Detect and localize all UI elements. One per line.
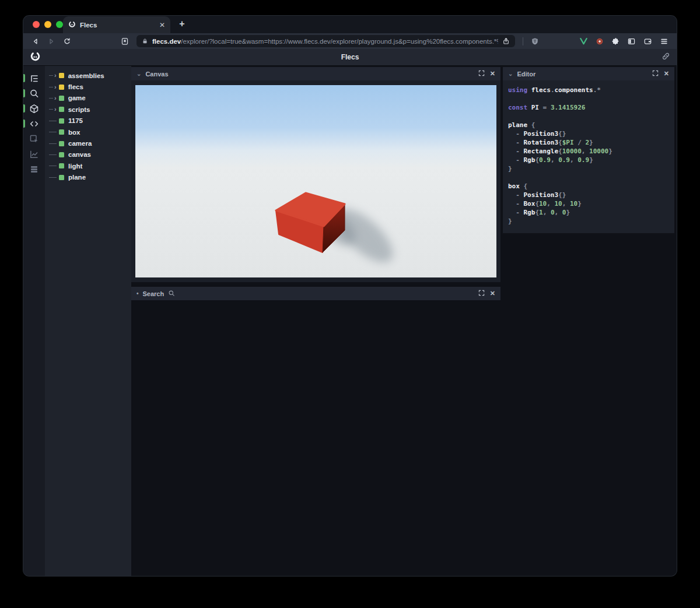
fullscreen-icon[interactable] bbox=[478, 70, 485, 78]
address-bar[interactable]: flecs.dev/explorer/?local=true&wasm=http… bbox=[136, 35, 515, 47]
tree-connector bbox=[49, 132, 57, 132]
expand-chevron-icon[interactable]: › bbox=[54, 95, 57, 101]
share-icon[interactable] bbox=[502, 37, 510, 45]
collapsed-indicator-icon[interactable]: • bbox=[136, 290, 139, 297]
tree-item-flecs[interactable]: ›flecs bbox=[45, 81, 131, 92]
close-icon[interactable]: ✕ bbox=[490, 290, 495, 297]
code-line: - Rgb{1, 0, 0} bbox=[508, 208, 671, 217]
sidebar-item-code-icon[interactable] bbox=[23, 116, 45, 131]
tree-connector bbox=[49, 75, 53, 76]
entity-color-square bbox=[59, 175, 64, 180]
panel-area: ⌄ Canvas ✕ bbox=[131, 66, 677, 576]
fullscreen-icon[interactable] bbox=[652, 70, 659, 78]
expand-chevron-icon[interactable]: › bbox=[54, 106, 57, 113]
close-icon[interactable]: ✕ bbox=[664, 70, 669, 78]
editor-panel-header[interactable]: ⌄ Editor ✕ bbox=[503, 67, 674, 80]
entity-color-square bbox=[59, 107, 64, 112]
tree-item-assemblies[interactable]: ›assemblies bbox=[45, 70, 131, 81]
extension-badge-icon[interactable] bbox=[596, 37, 604, 45]
code-line: - Box{10, 10, 10} bbox=[508, 199, 671, 208]
tree-item-box[interactable]: box bbox=[45, 126, 131, 138]
entity-tree: ›assemblies›flecs›game›scripts1175boxcam… bbox=[45, 66, 131, 576]
sidebar-toggle-icon[interactable] bbox=[627, 37, 636, 45]
tree-item-label: scripts bbox=[68, 106, 90, 113]
code-editor[interactable]: using flecs.components.* const PI = 3.14… bbox=[503, 80, 674, 233]
canvas-panel-title: Canvas bbox=[145, 71, 168, 78]
zoom-window-button[interactable] bbox=[56, 21, 63, 28]
tree-item-label: flecs bbox=[68, 83, 83, 90]
extensions-puzzle-icon[interactable] bbox=[611, 37, 620, 45]
app-header: Flecs bbox=[23, 49, 677, 66]
close-window-button[interactable] bbox=[33, 21, 40, 28]
tree-item-canvas[interactable]: canvas bbox=[45, 149, 131, 160]
code-line bbox=[508, 94, 671, 103]
url-path: /explorer/?local=true&wasm=https://www.f… bbox=[181, 38, 498, 45]
code-line: } bbox=[508, 164, 671, 173]
tree-item-light[interactable]: light bbox=[45, 160, 131, 171]
active-indicator bbox=[23, 74, 25, 82]
canvas-panel: ⌄ Canvas ✕ bbox=[131, 67, 501, 282]
tree-item-label: plane bbox=[68, 174, 86, 181]
tree-item-camera[interactable]: camera bbox=[45, 138, 131, 149]
tree-item-game[interactable]: ›game bbox=[45, 93, 131, 104]
tab-title: Flecs bbox=[80, 22, 155, 29]
tree-item-scripts[interactable]: ›scripts bbox=[45, 104, 131, 115]
sidebar-item-inspect-icon[interactable] bbox=[23, 131, 45, 146]
expand-chevron-icon[interactable]: › bbox=[54, 84, 57, 90]
editor-panel: ⌄ Editor ✕ using flecs.components.* cons… bbox=[503, 67, 674, 233]
expand-chevron-icon[interactable]: › bbox=[54, 72, 57, 79]
entity-color-square bbox=[59, 129, 64, 135]
bookmark-icon[interactable] bbox=[121, 37, 129, 45]
sidebar-item-queries-icon[interactable] bbox=[23, 161, 45, 177]
browser-tab[interactable]: Flecs ✕ bbox=[63, 16, 170, 33]
tree-item-label: box bbox=[68, 129, 80, 136]
tree-item-label: assemblies bbox=[68, 72, 104, 79]
code-line: box { bbox=[508, 182, 671, 191]
lock-icon bbox=[142, 38, 148, 44]
close-icon[interactable]: ✕ bbox=[490, 70, 495, 78]
canvas-3d-view[interactable] bbox=[131, 80, 501, 282]
sidebar-item-entities-icon[interactable] bbox=[23, 101, 45, 116]
code-line bbox=[508, 173, 671, 182]
wallet-icon[interactable] bbox=[643, 37, 652, 45]
code-line: const PI = 3.1415926 bbox=[508, 103, 671, 112]
fullscreen-icon[interactable] bbox=[478, 290, 485, 297]
url-text: flecs.dev/explorer/?local=true&wasm=http… bbox=[152, 38, 498, 45]
search-icon bbox=[168, 290, 175, 298]
sidebar-item-search-icon[interactable] bbox=[23, 86, 45, 101]
new-tab-button[interactable]: + bbox=[176, 19, 188, 29]
tree-connector bbox=[49, 154, 57, 155]
brave-shield-icon[interactable] bbox=[531, 37, 539, 45]
tree-item-label: canvas bbox=[68, 151, 91, 158]
sidebar-item-stats-icon[interactable] bbox=[23, 146, 45, 161]
tree-connector bbox=[49, 143, 57, 144]
tree-item-1175[interactable]: 1175 bbox=[45, 115, 131, 126]
tree-connector bbox=[49, 98, 53, 99]
minimize-window-button[interactable] bbox=[44, 21, 51, 28]
tree-connector bbox=[49, 121, 57, 121]
back-button[interactable] bbox=[32, 37, 40, 45]
active-indicator bbox=[23, 120, 25, 128]
vue-devtools-extension-icon[interactable] bbox=[579, 37, 588, 45]
page-title: Flecs bbox=[23, 53, 677, 61]
reload-button[interactable] bbox=[63, 37, 71, 45]
code-line bbox=[508, 112, 671, 121]
active-indicator bbox=[23, 104, 25, 113]
canvas-panel-header[interactable]: ⌄ Canvas ✕ bbox=[131, 67, 501, 80]
entity-color-square bbox=[59, 141, 64, 146]
search-panel-header[interactable]: • Search ✕ bbox=[131, 287, 501, 300]
forward-button[interactable] bbox=[47, 37, 55, 45]
entity-color-square bbox=[59, 152, 64, 157]
sidebar-item-tree-view-icon[interactable] bbox=[23, 71, 45, 86]
chevron-down-icon[interactable]: ⌄ bbox=[136, 71, 141, 77]
tree-connector bbox=[49, 177, 57, 178]
search-panel: • Search ✕ bbox=[131, 287, 501, 300]
browser-toolbar: flecs.dev/explorer/?local=true&wasm=http… bbox=[23, 33, 677, 49]
chevron-down-icon[interactable]: ⌄ bbox=[508, 71, 513, 77]
entity-color-square bbox=[59, 73, 64, 78]
menu-hamburger-icon[interactable] bbox=[660, 37, 668, 45]
toolbar-divider bbox=[523, 37, 523, 45]
code-line: using flecs.components.* bbox=[508, 86, 671, 94]
tree-item-plane[interactable]: plane bbox=[45, 172, 131, 183]
tab-close-icon[interactable]: ✕ bbox=[159, 21, 165, 29]
